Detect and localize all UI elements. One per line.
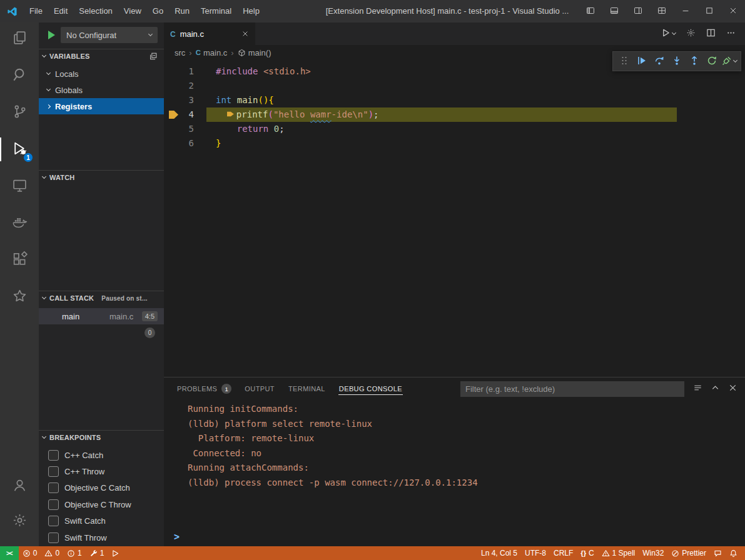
output-actions-button[interactable]	[693, 383, 702, 394]
problems-warnings[interactable]: 0	[41, 546, 63, 560]
activity-explorer-button[interactable]	[0, 24, 39, 54]
maximize-panel-button[interactable]	[711, 383, 720, 394]
problems-errors[interactable]: 0	[19, 546, 41, 560]
customize-layout-button[interactable]	[650, 0, 674, 22]
settings-gear-button[interactable]	[686, 28, 696, 39]
menu-terminal[interactable]: Terminal	[195, 0, 237, 22]
breakpoint-item[interactable]: C++ Throw	[39, 463, 164, 479]
disconnect-button[interactable]	[721, 52, 738, 70]
breakpoint-item[interactable]: C++ Catch	[39, 447, 164, 463]
step-over-button[interactable]	[651, 52, 668, 70]
editor-gutter[interactable]: 1	[164, 64, 206, 79]
step-into-button[interactable]	[668, 52, 686, 70]
console-filter-input[interactable]	[460, 381, 684, 397]
spell-checker[interactable]: 1 Spell	[598, 546, 639, 560]
activity-accounts-button[interactable]	[0, 471, 39, 501]
eol[interactable]: CRLF	[550, 546, 577, 560]
close-button[interactable]	[721, 0, 745, 22]
menu-file[interactable]: File	[24, 0, 48, 22]
toggle-panel-right-button[interactable]	[626, 0, 650, 22]
drag-gripper[interactable]	[616, 52, 633, 70]
breadcrumb-item[interactable]: main()	[238, 48, 271, 58]
breakpoint-checkbox[interactable]	[48, 499, 59, 510]
variables-item-registers[interactable]: Registers	[39, 98, 164, 114]
call-stack-header[interactable]: CALL STACK Paused on st...	[39, 291, 164, 305]
editor-gutter[interactable]: 5	[164, 122, 206, 136]
step-out-button[interactable]	[686, 52, 703, 70]
editor-gutter[interactable]: 3	[164, 93, 206, 108]
menu-view[interactable]: View	[118, 0, 147, 22]
activity-docker-button[interactable]	[0, 208, 39, 238]
status-label: 0	[33, 549, 38, 558]
menu-help[interactable]: Help	[237, 0, 265, 22]
breadcrumb-item[interactable]: Cmain.c	[196, 48, 228, 58]
panel-tab-problems[interactable]: PROBLEMS1	[176, 378, 231, 400]
code-editor[interactable]: 1#include <stdio.h>23int main(){4 printf…	[164, 60, 745, 377]
problems-info[interactable]: 1	[63, 546, 86, 560]
close-icon[interactable]	[241, 30, 249, 38]
collapse-all-icon[interactable]	[149, 52, 158, 61]
toggle-panel-bottom-button[interactable]	[602, 0, 626, 22]
debug-config-dropdown[interactable]: No Configurat	[61, 27, 158, 43]
prettier[interactable]: Prettier	[667, 546, 710, 560]
console-prompt[interactable]: >	[174, 531, 180, 542]
breakpoint-checkbox[interactable]	[48, 516, 59, 526]
maximize-button[interactable]	[697, 0, 721, 22]
breakpoint-checkbox[interactable]	[48, 482, 59, 493]
close-panel-button[interactable]	[728, 383, 737, 394]
breakpoints-header[interactable]: BREAKPOINTS	[39, 431, 164, 444]
activity-source-control-button[interactable]	[0, 98, 39, 128]
activity-favorites-button[interactable]	[0, 282, 39, 312]
menu-run[interactable]: Run	[169, 0, 195, 22]
panel-tabs: PROBLEMS1OUTPUTTERMINALDEBUG CONSOLE	[176, 378, 403, 400]
variables-header[interactable]: VARIABLES	[39, 49, 164, 63]
encoding[interactable]: UTF-8	[521, 546, 550, 560]
editor-gutter[interactable]: 2	[164, 79, 206, 93]
editor-gutter[interactable]: 6	[164, 136, 206, 151]
remote-indicator[interactable]: ><	[0, 546, 19, 560]
activity-run-and-debug-button[interactable]: 1	[0, 134, 39, 164]
callstack-frame[interactable]: main main.c 4:5	[39, 308, 164, 324]
panel-tab-debug-console[interactable]: DEBUG CONSOLE	[338, 378, 403, 400]
tools-count[interactable]: 1	[86, 546, 108, 560]
toggle-panel-left-button[interactable]	[579, 0, 602, 22]
platform[interactable]: Win32	[639, 546, 667, 560]
panel-tab-terminal[interactable]: TERMINAL	[288, 378, 326, 400]
continue-button[interactable]	[633, 52, 651, 70]
tab-main-c[interactable]: C main.c	[164, 22, 255, 45]
breakpoint-checkbox[interactable]	[48, 450, 59, 461]
activity-search-button[interactable]	[0, 61, 39, 91]
start-debug-button[interactable]	[48, 31, 55, 39]
breadcrumb-item[interactable]: src	[175, 48, 185, 58]
watch-header[interactable]: WATCH	[39, 171, 164, 184]
split-editor-button[interactable]	[706, 28, 716, 39]
language-mode[interactable]: {}C	[577, 546, 597, 560]
breakpoint-item[interactable]: Swift Throw	[39, 529, 164, 546]
menu-edit[interactable]: Edit	[48, 0, 73, 22]
more-actions-button[interactable]	[726, 28, 736, 39]
minimize-button[interactable]	[674, 0, 697, 22]
activity-extensions-button[interactable]	[0, 245, 39, 275]
run-file-button[interactable]	[661, 28, 676, 39]
menu-go[interactable]: Go	[147, 0, 169, 22]
breakpoint-item[interactable]: Objective C Catch	[39, 480, 164, 496]
breakpoint-checkbox[interactable]	[48, 532, 59, 543]
debug-console[interactable]: Running initCommands:(lldb) platform sel…	[164, 401, 745, 546]
breakpoint-item[interactable]: Swift Catch	[39, 513, 164, 529]
line-number: 1	[189, 66, 194, 76]
activity-settings-button[interactable]	[0, 506, 39, 536]
breakpoint-item[interactable]: Objective C Throw	[39, 496, 164, 512]
braces-icon: {}	[580, 549, 586, 557]
feedback[interactable]	[710, 546, 726, 560]
editor-gutter[interactable]: 4	[164, 108, 206, 122]
activity-remote-explorer-button[interactable]	[0, 171, 39, 201]
notifications[interactable]	[726, 546, 741, 560]
debug-status[interactable]	[108, 546, 123, 560]
cursor-position[interactable]: Ln 4, Col 5	[477, 546, 521, 560]
panel-tab-output[interactable]: OUTPUT	[244, 378, 275, 400]
restart-button[interactable]	[703, 52, 721, 70]
variables-item-globals[interactable]: Globals	[39, 82, 164, 98]
variables-item-locals[interactable]: Locals	[39, 66, 164, 82]
menu-selection[interactable]: Selection	[73, 0, 118, 22]
breakpoint-checkbox[interactable]	[48, 466, 59, 477]
